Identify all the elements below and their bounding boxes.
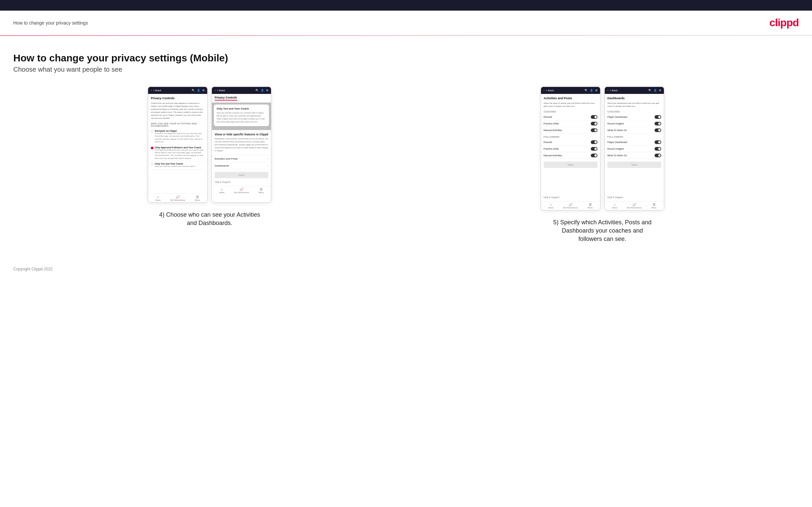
phone-mockup-4: ‹ < Back 🔍 👤 ⚙ Dashboards Select the das… [604,87,664,210]
radio-everyone[interactable] [151,130,153,133]
toggle-manual-followers-switch[interactable] [591,154,598,157]
followers-label-4: FOLLOWERS [607,136,661,138]
phone-content-1: Privacy Controls Control how you and you… [148,94,207,193]
toggle-round-insights-followers-switch[interactable] [655,147,661,151]
option-only-you[interactable]: Only You and Your Coach Only you and the… [151,161,205,169]
toggle-drills-coaches-switch[interactable] [591,122,598,125]
activities-posts-label: Activities and Posts [214,157,238,160]
nav-home-2[interactable]: ⌂ Home [212,187,232,193]
option2-title: Only Approved Followers and Your Coach [155,146,205,149]
mockups-pair-right: ‹ < Back 🔍 👤 ⚙ Activities and Posts Sele… [541,87,664,210]
search-icon-3[interactable]: 🔍 [585,89,588,92]
person-icon-2[interactable]: 👤 [261,89,264,92]
nav-performance-1[interactable]: 📈 My Performance [168,195,188,201]
chart-icon-1: 📈 [176,195,180,199]
caption-5: 5) Specify which Activities, Posts and D… [549,218,656,243]
person-icon-3[interactable]: 👤 [590,89,593,92]
settings-icon-3[interactable]: ⚙ [595,89,598,92]
toggle-round-insights-coaches-switch[interactable] [655,122,661,125]
phone-nav-bar-4: ‹ < Back 🔍 👤 ⚙ [605,87,664,94]
nav-menu-3[interactable]: ☰ Menu [580,203,600,209]
nav-home-4[interactable]: ⌂ Home [605,203,624,209]
settings-icon-1[interactable]: ⚙ [202,89,205,92]
menu-icon-3: ☰ [589,203,592,206]
person-icon-1[interactable]: 👤 [197,89,200,92]
chevron-right-1: › [267,157,268,160]
search-icon-4[interactable]: 🔍 [648,89,652,92]
toggle-player-dash-followers-switch[interactable] [655,140,661,144]
toggle-drills-followers[interactable]: Practice Drills [544,146,598,152]
toggle-manual-coaches[interactable]: Manual Activities [544,127,598,134]
phone-content-3: Activities and Posts Select the types of… [541,94,600,193]
privacy-controls-tab[interactable]: Privacy Controls [214,96,237,101]
chart-icon-2: 📈 [240,187,244,191]
popup-text: Only you and the coaches you connect wit… [216,111,266,123]
mockups-pair-left: ‹ < Back 🔍 👤 ⚙ Privacy Controls Control … [148,87,271,203]
main-content: How to change your privacy settings (Mob… [0,36,812,257]
toggle-rounds-coaches[interactable]: Rounds [544,114,598,120]
back-button-1[interactable]: ‹ < Back [151,89,161,92]
toggle-what-to-work-followers[interactable]: What To Work On [607,152,661,159]
toggle-rounds-followers-switch[interactable] [591,140,598,144]
home-icon-1: ⌂ [157,195,159,199]
phone-nav-bar-2: ‹ < Back 🔍 👤 ⚙ [212,87,271,94]
activities-posts-row[interactable]: Activities and Posts › [214,155,268,162]
nav-home-1[interactable]: ⌂ Home [148,195,168,201]
radio-approved[interactable] [151,147,153,149]
option-everyone[interactable]: Everyone on Clippd Everyone on Clippd ca… [151,128,205,145]
radio-only-you[interactable] [151,163,153,166]
phone-mockup-2: ‹ < Back 🔍 👤 ⚙ Privacy Controls [211,87,271,203]
page-title: How to change your privacy settings (Mob… [13,52,799,64]
nav-performance-3[interactable]: 📈 My Performance [561,203,580,209]
search-icon-2[interactable]: 🔍 [255,89,259,92]
info-title: Show or hide specific features in Clippd [214,133,268,136]
option3-desc: Only you and the coaches you connect wit… [155,165,205,168]
back-button-4[interactable]: ‹ < Back [607,89,618,92]
nav-menu-4[interactable]: ☰ Menu [644,203,664,209]
option1-title: Everyone on Clippd [155,130,205,132]
dashboards-row[interactable]: Dashboards › [214,162,268,169]
toggle-player-dash-coaches-switch[interactable] [655,115,661,119]
option-approved[interactable]: Only Approved Followers and Your Coach O… [151,145,205,162]
nav-menu-1[interactable]: ☰ Menu [188,195,207,201]
home-icon-2: ⌂ [221,187,223,191]
toggle-round-insights-coaches[interactable]: Round Insights [607,120,661,127]
info-text: Regardless of the privacy controls that … [214,137,268,152]
save-button-3[interactable]: Save [544,162,598,168]
dashboards-title: Dashboards [607,97,661,100]
back-button-3[interactable]: ‹ < Back [544,89,554,92]
toggle-rounds-coaches-switch[interactable] [591,115,598,119]
toggle-what-to-work-followers-switch[interactable] [655,154,661,157]
who-can-see-label: Who Can See Your Activities and Dashboar… [151,122,205,127]
info-card: Show or hide specific features in Clippd… [212,130,271,155]
toggle-round-insights-followers[interactable]: Round Insights [607,146,661,152]
nav-performance-2[interactable]: 📈 My Performance [232,187,251,193]
person-icon-4[interactable]: 👤 [654,89,657,92]
toggle-what-to-work-coaches-switch[interactable] [655,128,661,132]
help-support-4: Help & Support [607,195,661,200]
toggle-what-to-work-coaches[interactable]: What To Work On [607,127,661,134]
save-button-4[interactable]: Save [607,162,661,168]
phone-mockup-1: ‹ < Back 🔍 👤 ⚙ Privacy Controls Control … [148,87,208,203]
toggle-player-dash-coaches[interactable]: Player Dashboard [607,114,661,120]
logo: clippd [769,16,799,29]
option2-desc: Only approved followers and coaches you … [155,149,205,160]
toggle-player-dash-followers[interactable]: Player Dashboard [607,139,661,146]
toggle-drills-coaches[interactable]: Practice Drills [544,120,598,127]
toggle-rounds-followers[interactable]: Rounds [544,139,598,146]
toggle-drills-followers-switch[interactable] [591,147,598,151]
nav-performance-4[interactable]: 📈 My Performance [624,203,644,209]
nav-home-3[interactable]: ⌂ Home [541,203,561,209]
settings-icon-2[interactable]: ⚙ [266,89,268,92]
back-button-2[interactable]: ‹ < Back [214,89,225,92]
toggle-manual-coaches-switch[interactable] [591,128,598,132]
toggle-manual-followers[interactable]: Manual Activities [544,152,598,159]
save-button-2[interactable]: Save [214,172,268,178]
settings-icon-4[interactable]: ⚙ [659,89,661,92]
popup-title: Only You and Your Coach [216,107,266,110]
home-icon-4: ⌂ [613,203,615,206]
nav-menu-2[interactable]: ☰ Menu [251,187,271,193]
menu-icon-2: ☰ [260,187,263,191]
search-icon-1[interactable]: 🔍 [192,89,195,92]
phone-bottom-nav-1: ⌂ Home 📈 My Performance ☰ Menu [148,193,207,203]
